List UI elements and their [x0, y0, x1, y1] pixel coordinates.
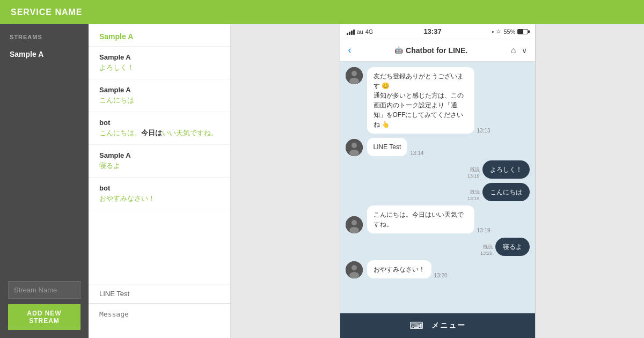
phone-status-bar: au 4G 13:37 • ☆ 55% — [340, 24, 535, 39]
chat-message: こんにちは — [99, 95, 219, 105]
message-row: 既読 13:20 寝るよ — [346, 238, 530, 256]
chat-list-footer: LINE Test — [89, 284, 230, 338]
message-row: 既読 13:19 よろしく！ — [346, 160, 530, 179]
message-row: こんにちは。今日はいい天気ですね。 13:19 — [346, 205, 530, 233]
avatar — [346, 261, 363, 278]
sidebar-item-sample-a[interactable]: Sample A — [0, 46, 89, 63]
chat-sender: bot — [99, 119, 219, 127]
message-time: 13:20 — [434, 273, 448, 278]
chevron-down-icon[interactable]: ∨ — [522, 46, 527, 55]
svg-point-5 — [349, 150, 359, 156]
avatar — [346, 67, 363, 84]
chat-sender: bot — [99, 184, 219, 192]
chat-title: 🤖 Chatbot for LINE. — [394, 46, 467, 55]
list-item[interactable]: Sample A こんにちは — [89, 79, 230, 112]
line-test-label: LINE Test — [89, 284, 230, 304]
signal-bar-3 — [351, 31, 353, 35]
battery-icon — [517, 29, 528, 34]
chat-message: こんにちは。今日はいい天気ですね。 — [99, 128, 219, 138]
chat-message: よろしく！ — [99, 63, 219, 72]
list-item[interactable]: Sample A よろしく！ — [89, 47, 230, 79]
message-bubble: こんにちは — [482, 183, 530, 201]
chat-message: おやすみなさい！ — [99, 194, 219, 203]
svg-point-7 — [352, 220, 357, 225]
message-time: 13:14 — [410, 150, 423, 156]
signal-bar-1 — [347, 33, 348, 35]
battery-fill — [518, 30, 523, 34]
message-meta: 既読 13:20 — [480, 244, 493, 256]
home-icon[interactable]: ⌂ — [511, 46, 516, 55]
message-bubble: 寝るよ — [495, 238, 530, 256]
signal-bars-icon — [347, 28, 355, 35]
message-row: 既読 13:19 こんにちは — [346, 183, 530, 201]
chat-sender: Sample A — [99, 53, 219, 61]
message-row: LINE Test 13:14 — [346, 138, 530, 156]
battery-label: 55% — [503, 28, 515, 35]
menu-button[interactable]: メニュー — [431, 321, 466, 330]
svg-point-8 — [349, 227, 359, 233]
message-input[interactable] — [89, 304, 230, 336]
stream-name-input[interactable] — [8, 281, 80, 299]
chat-sender: Sample A — [99, 86, 219, 94]
message-time: 13:19 — [477, 227, 491, 233]
signal-bar-4 — [353, 30, 355, 35]
message-group: 友だち登録ありがとうございます 😊通知が多いと感じた方は、この画面内のトーク設定… — [367, 67, 474, 134]
message-bubble: こんにちは。今日はいい天気ですね。 — [367, 205, 474, 233]
add-stream-button[interactable]: ADD NEW STREAM — [8, 304, 80, 330]
svg-point-10 — [352, 265, 357, 270]
message-meta: 既読 13:19 — [467, 189, 480, 201]
status-right: • ☆ 55% — [492, 28, 529, 35]
chat-message: 寝るよ — [99, 161, 219, 171]
chat-list-header: Sample A — [89, 24, 230, 47]
bluetooth-icon: • — [492, 28, 494, 35]
back-button[interactable]: ‹ — [348, 45, 352, 56]
read-label: 既読 — [470, 189, 480, 196]
streams-label: STREAMS — [0, 24, 89, 46]
message-time: 13:13 — [477, 128, 491, 134]
status-time: 13:37 — [423, 27, 441, 35]
message-time: 13:19 — [467, 196, 480, 201]
svg-point-11 — [349, 272, 359, 278]
app-header: SERVICE NAME — [0, 0, 644, 24]
signal-bar-2 — [349, 32, 350, 35]
list-item[interactable]: Sample A 寝るよ — [89, 145, 230, 178]
message-bubble: LINE Test — [367, 138, 408, 156]
service-name-label: SERVICE NAME — [11, 8, 83, 17]
status-left: au 4G — [347, 28, 374, 35]
avatar — [346, 216, 363, 233]
message-row: おやすみなさい！ 13:20 — [346, 260, 530, 278]
chat-messages-area: 友だち登録ありがとうございます 😊通知が多いと感じた方は、この画面内のトーク設定… — [340, 62, 535, 313]
message-time: 13:20 — [480, 251, 493, 256]
phone-panel: au 4G 13:37 • ☆ 55% ‹ 🤖 Chatbo — [231, 24, 644, 338]
carrier-label: au — [357, 28, 363, 35]
svg-point-1 — [352, 71, 357, 76]
phone-mockup: au 4G 13:37 • ☆ 55% ‹ 🤖 Chatbo — [340, 24, 536, 338]
wifi-icon: ☆ — [496, 28, 501, 35]
message-bubble: 友だち登録ありがとうございます 😊通知が多いと感じた方は、この画面内のトーク設定… — [367, 67, 474, 134]
network-label: 4G — [365, 28, 374, 35]
chatbot-icon: 🤖 — [394, 46, 403, 54]
main-area: STREAMS Sample A ADD NEW STREAM Sample A… — [0, 24, 644, 338]
message-bubble: よろしく！ — [482, 160, 530, 179]
nav-icons: ⌂ ∨ — [511, 46, 527, 55]
message-meta: 既読 13:19 — [467, 166, 480, 179]
message-time: 13:19 — [467, 173, 480, 179]
message-row: 友だち登録ありがとうございます 😊通知が多いと感じた方は、この画面内のトーク設定… — [346, 67, 530, 134]
read-label: 既読 — [483, 244, 493, 251]
line-bottom-bar: ⌨ メニュー — [340, 313, 535, 338]
message-bubble: おやすみなさい！ — [367, 260, 431, 278]
read-label: 既読 — [470, 166, 480, 173]
sidebar: STREAMS Sample A ADD NEW STREAM — [0, 24, 89, 338]
list-item[interactable]: bot こんにちは。今日はいい天気ですね。 — [89, 112, 230, 145]
svg-point-4 — [352, 143, 357, 148]
chat-sender: Sample A — [99, 151, 219, 159]
list-item[interactable]: bot おやすみなさい！ — [89, 178, 230, 210]
svg-point-2 — [349, 78, 359, 84]
keyboard-icon[interactable]: ⌨ — [409, 320, 423, 332]
avatar — [346, 139, 363, 156]
line-chat-header: ‹ 🤖 Chatbot for LINE. ⌂ ∨ — [340, 39, 535, 62]
chat-list-panel: Sample A Sample A よろしく！ Sample A こんにちは b… — [89, 24, 231, 338]
sidebar-bottom: ADD NEW STREAM — [0, 273, 89, 338]
